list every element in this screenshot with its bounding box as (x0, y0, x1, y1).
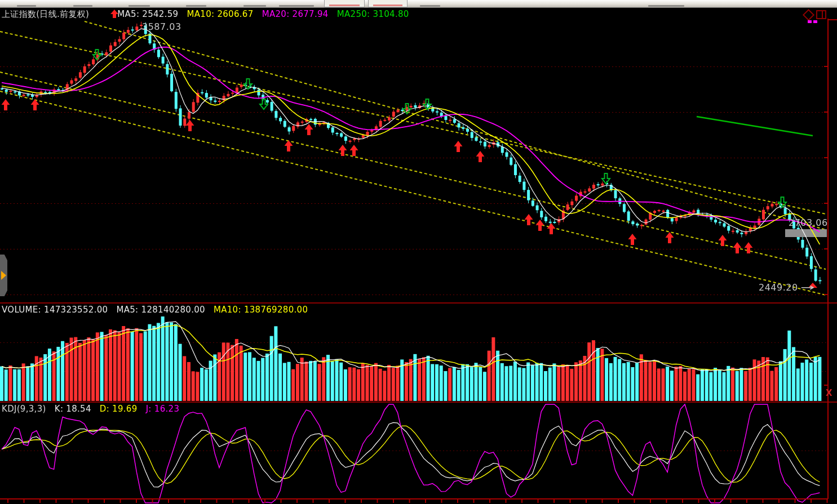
split-window-icon[interactable] (816, 10, 826, 19)
quote-text (373, 5, 402, 6)
window-divider (822, 11, 823, 18)
quote-text (329, 5, 360, 6)
toolbar-menu-item[interactable] (73, 5, 92, 7)
arrow-stem (113, 14, 116, 18)
ma5-value: MA5: 2542.59 (117, 9, 178, 19)
volume-ma10-value: MA10: 138769280.00 (214, 305, 308, 315)
symbol-title: 上证指数(日线.前复权) (2, 9, 89, 19)
toolbar-menu-item[interactable] (186, 5, 206, 7)
toolbar-status-text (648, 5, 684, 7)
low-price-value: 2449.20 (759, 282, 798, 293)
kdj-title: KDJ(9,3,3) (2, 404, 46, 414)
volume-header: VOLUME: 147323552.00 MA5: 128140280.00 M… (2, 305, 313, 315)
toolbar-menu-item[interactable] (17, 5, 36, 7)
kdj-header: KDJ(9,3,3) K: 18.54 D: 19.69 J: 16.23 (2, 404, 185, 414)
app-window: 上证指数(日线.前复权) MA5: 2542.59 MA10: 2606.67 … (0, 0, 837, 504)
low-price-label: 2449.20 → (759, 282, 808, 293)
toolbar-menu-item[interactable] (243, 5, 266, 7)
toolbar (0, 0, 837, 8)
right-arrow-icon: → (800, 282, 815, 293)
marked-price-label: 2703.06 (789, 217, 828, 228)
kdj-d-value: D: 19.69 (100, 404, 138, 414)
kdj-k-value: K: 18.54 (55, 404, 91, 414)
peak-price-label: 3587.03 (142, 21, 181, 32)
chart-canvas[interactable] (0, 0, 837, 504)
toolbar-menu-item[interactable] (279, 5, 314, 7)
volume-ma5-value: MA5: 128140280.00 (116, 305, 205, 315)
ma250-value: MA250: 3104.80 (337, 9, 409, 19)
trend-up-arrow-icon (110, 10, 118, 18)
kdj-j-value: J: 16.23 (146, 404, 180, 414)
volume-value: VOLUME: 147323552.00 (2, 305, 108, 315)
ma10-value: MA10: 2606.67 (187, 9, 254, 19)
toolbar-menu-item[interactable] (129, 5, 150, 7)
toolbar-menu-item[interactable] (420, 5, 440, 7)
toolbar-quote-button[interactable] (368, 0, 408, 7)
ma20-value: MA20: 2677.94 (262, 9, 329, 19)
highlight-dot (813, 20, 817, 23)
main-chart-header: 上证指数(日线.前复权) MA5: 2542.59 MA10: 2606.67 … (2, 9, 415, 20)
sidebar-expander-tab[interactable] (0, 255, 7, 296)
highlight-dot (808, 20, 812, 23)
close-indicator-button[interactable]: X (826, 388, 832, 398)
toolbar-quote-button[interactable] (324, 0, 365, 7)
expand-right-icon (1, 271, 6, 280)
arrow-head (110, 10, 118, 14)
